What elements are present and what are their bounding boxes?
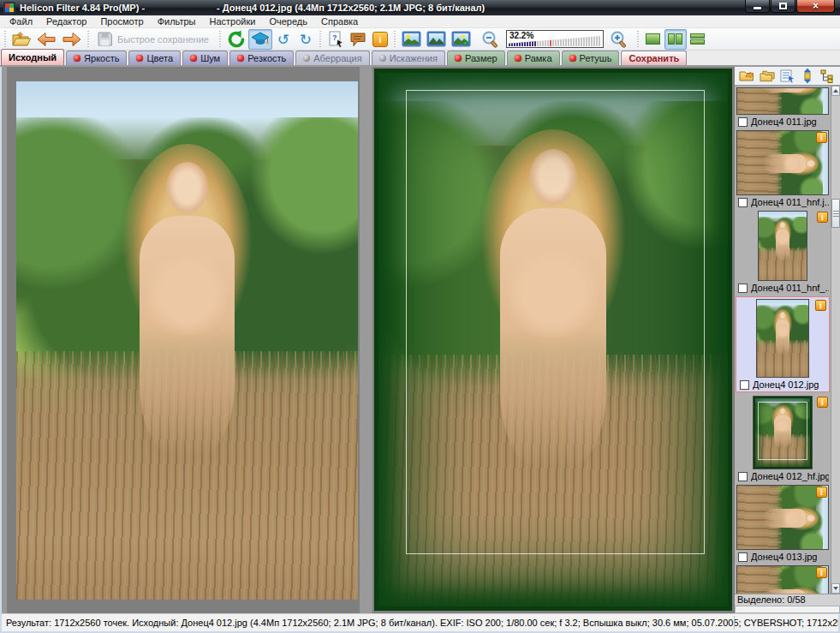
open-file-button[interactable] bbox=[9, 29, 33, 50]
tab-resize[interactable]: Размер bbox=[447, 51, 505, 65]
zoom-level-meter[interactable]: 32.2% bbox=[506, 30, 604, 48]
thumbnail-image[interactable]: i bbox=[736, 565, 829, 594]
file-row: Донец4 012_hf.jpg bbox=[735, 469, 831, 483]
tab-colors[interactable]: Цвета bbox=[128, 51, 181, 65]
result-image[interactable] bbox=[374, 69, 732, 611]
thumbnail-item[interactable]: Донец4 011.jpg bbox=[735, 86, 831, 128]
tab-retouch[interactable]: Ретушь bbox=[562, 51, 620, 65]
file-checkbox[interactable] bbox=[740, 380, 749, 390]
tab-save[interactable]: Сохранить bbox=[621, 51, 687, 65]
info-badge-icon[interactable]: i bbox=[817, 397, 828, 408]
sidebar-hscrollbar[interactable] bbox=[735, 606, 840, 613]
zoom-in-button[interactable] bbox=[607, 29, 631, 50]
tab-sharpness[interactable]: Резкость bbox=[229, 51, 294, 65]
svg-text:?: ? bbox=[332, 33, 337, 42]
tab-original[interactable]: Исходный bbox=[1, 49, 64, 65]
tab-distortion[interactable]: Искажения bbox=[372, 51, 445, 65]
file-name: Донец4 011_hnf.j... bbox=[751, 197, 829, 207]
thumbnail-image[interactable] bbox=[753, 396, 813, 469]
menu-view[interactable]: Просмотр bbox=[93, 15, 150, 28]
preview-original-button[interactable] bbox=[399, 29, 424, 50]
thumbnail-image[interactable] bbox=[736, 87, 829, 115]
file-checkbox[interactable] bbox=[738, 552, 748, 562]
menu-file[interactable]: Файл bbox=[3, 15, 39, 28]
preview-filtered-button[interactable] bbox=[424, 29, 449, 50]
menu-editor[interactable]: Редактор bbox=[39, 15, 93, 28]
folder-up-icon bbox=[739, 69, 755, 82]
thumbnail-image[interactable]: i bbox=[736, 130, 829, 195]
close-button[interactable]: × bbox=[796, 0, 835, 13]
file-checkbox[interactable] bbox=[738, 198, 748, 207]
forward-button[interactable] bbox=[59, 29, 85, 50]
select-files-button[interactable] bbox=[778, 68, 796, 84]
view-side-by-side-button[interactable] bbox=[664, 29, 687, 50]
info-button[interactable]: i bbox=[369, 29, 391, 50]
tree-structure-icon bbox=[820, 69, 835, 83]
thumbnail-image[interactable] bbox=[758, 211, 807, 281]
info-badge-icon[interactable]: i bbox=[816, 132, 827, 143]
zoom-level-value: 32.2% bbox=[509, 31, 533, 40]
tab-brightness[interactable]: Яркость bbox=[66, 51, 127, 65]
status-bar: Результат: 1712x2560 точек. Исходный: До… bbox=[0, 613, 840, 633]
context-help-button[interactable]: ? bbox=[325, 29, 347, 50]
file-checkbox[interactable] bbox=[738, 117, 748, 127]
view-side-by-side-icon bbox=[668, 33, 682, 45]
view-stacked-button[interactable] bbox=[687, 29, 709, 50]
thumbnail-item[interactable]: i Донец4 011_hnf_... bbox=[735, 209, 831, 295]
tab-frame[interactable]: Рамка bbox=[507, 51, 560, 65]
maximize-button[interactable] bbox=[771, 0, 795, 13]
thumbnail-item-selected[interactable]: i Донец4 012.jpg bbox=[736, 296, 830, 392]
info-badge-icon[interactable]: i bbox=[817, 212, 828, 223]
info-badge-icon[interactable]: i bbox=[815, 300, 826, 311]
rotate-left-button[interactable]: ↺ bbox=[272, 29, 295, 50]
menu-bar: Файл Редактор Просмотр Фильтры Настройки… bbox=[0, 15, 840, 28]
menu-queue[interactable]: Очередь bbox=[262, 15, 314, 28]
graduation-cap-icon bbox=[251, 32, 270, 46]
rotate-right-button[interactable]: ↻ bbox=[295, 29, 317, 50]
comments-button[interactable] bbox=[347, 29, 369, 50]
thumbnail-item[interactable]: i Донец4 011_hnf.j... bbox=[735, 128, 831, 209]
help-document-icon: ? bbox=[327, 31, 344, 48]
zoom-out-button[interactable] bbox=[479, 29, 503, 50]
thumbnail-image[interactable] bbox=[756, 299, 809, 378]
original-photo bbox=[16, 81, 358, 600]
tab-aberration[interactable]: Аберрация bbox=[295, 51, 369, 65]
thumbnail-item[interactable]: i Донец4 012_hf.jpg bbox=[735, 394, 831, 483]
view-single-button[interactable] bbox=[642, 29, 664, 50]
back-button[interactable] bbox=[33, 29, 59, 50]
info-badge-icon[interactable]: i bbox=[816, 567, 827, 578]
reset-arrow-icon bbox=[227, 30, 246, 49]
thumbnail-item[interactable]: i Донец4 013.jpg bbox=[735, 483, 831, 564]
reset-all-button[interactable] bbox=[224, 29, 248, 50]
file-row: Донец4 012.jpg bbox=[736, 378, 829, 391]
scroll-up-button[interactable] bbox=[831, 86, 840, 96]
red-dot-icon bbox=[74, 55, 80, 62]
sidebar-toolbar bbox=[735, 67, 840, 86]
gray-dot-icon bbox=[379, 55, 386, 62]
file-name: Донец4 011.jpg bbox=[751, 116, 817, 127]
tab-noise[interactable]: Шум bbox=[182, 51, 228, 65]
learning-mode-button[interactable] bbox=[248, 29, 272, 50]
photo-bright-icon bbox=[402, 31, 421, 47]
window-title: Helicon Filter 4.84 Pro(MP) - bbox=[20, 3, 145, 13]
quick-save-button[interactable]: Быстрое сохранение bbox=[92, 29, 217, 50]
thumbnail-item[interactable]: i bbox=[735, 564, 831, 594]
menu-settings[interactable]: Настройки bbox=[203, 15, 263, 28]
original-image[interactable] bbox=[16, 81, 358, 600]
folders-button[interactable] bbox=[759, 68, 777, 84]
preview-result-button[interactable] bbox=[449, 29, 474, 50]
open-folder-button[interactable] bbox=[738, 68, 756, 84]
info-badge-icon[interactable]: i bbox=[816, 487, 827, 498]
file-checkbox[interactable] bbox=[738, 284, 748, 293]
tree-view-button[interactable] bbox=[819, 68, 837, 84]
minimize-button[interactable] bbox=[745, 0, 770, 13]
helicon-filter-window: { "window": { "app_title": "Helicon Filt… bbox=[0, 0, 840, 633]
file-checkbox[interactable] bbox=[738, 472, 748, 481]
menu-filters[interactable]: Фильтры bbox=[151, 15, 203, 28]
scrollbar-thumb[interactable] bbox=[831, 199, 840, 228]
sidebar-scrollbar[interactable] bbox=[831, 86, 840, 594]
scroll-down-button[interactable] bbox=[831, 583, 840, 594]
thumbnail-size-button[interactable] bbox=[799, 68, 817, 84]
thumbnail-image[interactable]: i bbox=[736, 485, 829, 550]
menu-help[interactable]: Справка bbox=[314, 15, 365, 28]
